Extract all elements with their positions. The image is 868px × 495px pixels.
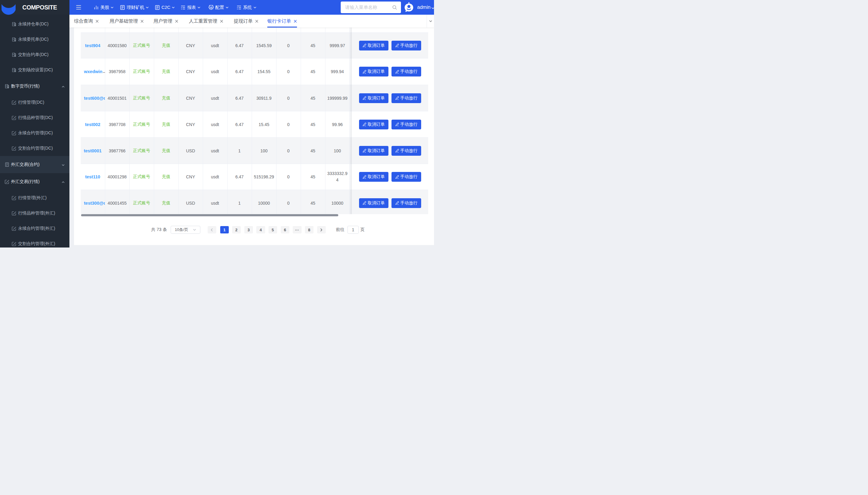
svg-text:SQL: SQL [13,23,16,25]
svg-text:SQL: SQL [13,69,16,71]
svg-text:SQL: SQL [5,85,8,87]
svg-text:SQL: SQL [13,54,16,55]
svg-text:SQL: SQL [13,38,16,40]
